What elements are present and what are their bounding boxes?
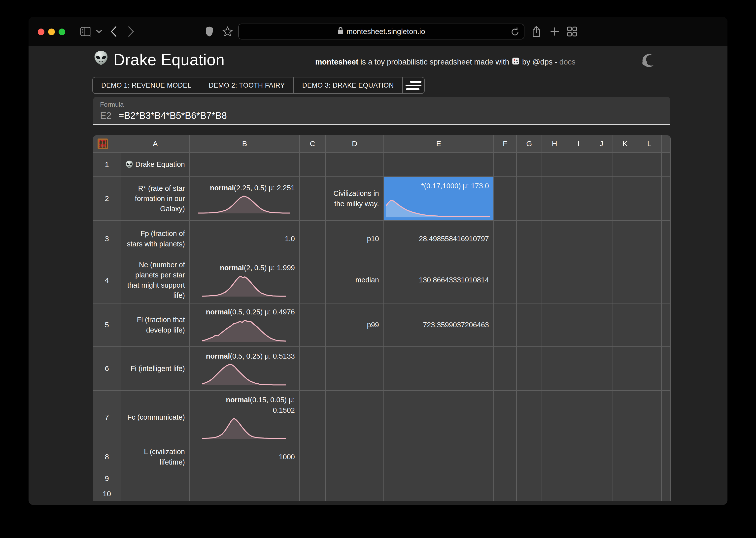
cell-C9[interactable] xyxy=(300,470,326,487)
cell-J5[interactable] xyxy=(590,303,613,347)
cell-E8[interactable] xyxy=(384,444,494,470)
cell-I5[interactable] xyxy=(567,303,590,347)
cell-A2[interactable]: R* (rate of star formation in our Galaxy… xyxy=(121,177,190,221)
cell-L1[interactable] xyxy=(637,153,662,177)
cell-H7[interactable] xyxy=(542,391,567,444)
cell-K3[interactable] xyxy=(613,221,637,257)
row-header-5[interactable]: 5 xyxy=(93,303,121,347)
cell-G3[interactable] xyxy=(517,221,542,257)
cell-F8[interactable] xyxy=(494,444,517,470)
zoom-window-button[interactable] xyxy=(59,28,65,35)
cell-F9[interactable] xyxy=(494,470,517,487)
cell-B3[interactable]: 1.0 xyxy=(190,221,300,257)
cell-L7[interactable] xyxy=(637,391,662,444)
row-header-1[interactable]: 1 xyxy=(93,153,121,177)
cell-E2[interactable]: *(0.17,1000) μ: 173.0 xyxy=(384,177,494,221)
cell-E7[interactable] xyxy=(384,391,494,444)
cell-G6[interactable] xyxy=(517,347,542,391)
cell-L9[interactable] xyxy=(637,470,662,487)
row-header-3[interactable]: 3 xyxy=(93,221,121,257)
cell-I7[interactable] xyxy=(567,391,590,444)
cell-J4[interactable] xyxy=(590,257,613,303)
cell-C10[interactable] xyxy=(300,487,326,501)
tab-demo-2-tooth-fairy[interactable]: DEMO 2: TOOTH FAIRY xyxy=(200,78,294,93)
cell-H6[interactable] xyxy=(542,347,567,391)
cell-J2[interactable] xyxy=(590,177,613,221)
cell-D4[interactable]: median xyxy=(326,257,384,303)
chevron-down-icon[interactable] xyxy=(93,17,104,46)
cell-J9[interactable] xyxy=(590,470,613,487)
cell-G7[interactable] xyxy=(517,391,542,444)
close-window-button[interactable] xyxy=(38,28,44,35)
cell-A9[interactable] xyxy=(121,470,190,487)
row-header-4[interactable]: 4 xyxy=(93,257,121,303)
cell-J1[interactable] xyxy=(590,153,613,177)
col-header-L[interactable]: L xyxy=(637,135,662,153)
cell-F3[interactable] xyxy=(494,221,517,257)
cell-H4[interactable] xyxy=(542,257,567,303)
cell-D10[interactable] xyxy=(326,487,384,501)
cell-B9[interactable] xyxy=(190,470,300,487)
cell-I10[interactable] xyxy=(567,487,590,501)
col-header-A[interactable]: A xyxy=(121,135,190,153)
tab-demo-1-revenue-model[interactable]: DEMO 1: REVENUE MODEL xyxy=(93,78,200,93)
tab-overview-icon[interactable] xyxy=(565,17,579,46)
cell-B1[interactable] xyxy=(190,153,300,177)
cell-L10[interactable] xyxy=(637,487,662,501)
cell-F10[interactable] xyxy=(494,487,517,501)
cell-A6[interactable]: Fi (intelligent life) xyxy=(121,347,190,391)
cell-B4[interactable]: normal(2, 0.5) μ: 1.999 xyxy=(190,257,300,303)
col-header-B[interactable]: B xyxy=(190,135,300,153)
col-header-G[interactable]: G xyxy=(517,135,542,153)
cell-E6[interactable] xyxy=(384,347,494,391)
cell-E3[interactable]: 28.498558416910797 xyxy=(384,221,494,257)
cell-K6[interactable] xyxy=(613,347,637,391)
col-header-J[interactable]: J xyxy=(590,135,613,153)
reload-icon[interactable] xyxy=(511,27,519,39)
cell-A1[interactable]: Drake Equation xyxy=(121,153,190,177)
formula-input[interactable]: =B2*B3*B4*B5*B6*B7*B8 xyxy=(118,110,227,121)
cell-F5[interactable] xyxy=(494,303,517,347)
cell-B7[interactable]: normal(0.15, 0.05) μ: 0.1502 xyxy=(190,391,300,444)
cell-L2[interactable] xyxy=(637,177,662,221)
row-header-6[interactable]: 6 xyxy=(93,347,121,391)
cell-A5[interactable]: Fl (fraction that develop life) xyxy=(121,303,190,347)
cell-E5[interactable]: 723.3599037206463 xyxy=(384,303,494,347)
cell-A4[interactable]: Ne (number of planets per star that migh… xyxy=(121,257,190,303)
cell-I4[interactable] xyxy=(567,257,590,303)
cell-J7[interactable] xyxy=(590,391,613,444)
cell-G4[interactable] xyxy=(517,257,542,303)
cell-C2[interactable] xyxy=(300,177,326,221)
cell-J6[interactable] xyxy=(590,347,613,391)
cell-B8[interactable]: 1000 xyxy=(190,444,300,470)
star-icon[interactable] xyxy=(220,17,235,46)
cell-A3[interactable]: Fp (fraction of stars with planets) xyxy=(121,221,190,257)
cell-D1[interactable] xyxy=(326,153,384,177)
cell-I3[interactable] xyxy=(567,221,590,257)
cell-F4[interactable] xyxy=(494,257,517,303)
cell-G2[interactable] xyxy=(517,177,542,221)
cell-H5[interactable] xyxy=(542,303,567,347)
cell-I8[interactable] xyxy=(567,444,590,470)
cell-H1[interactable] xyxy=(542,153,567,177)
cell-C4[interactable] xyxy=(300,257,326,303)
cell-E9[interactable] xyxy=(384,470,494,487)
cell-I6[interactable] xyxy=(567,347,590,391)
cell-C5[interactable] xyxy=(300,303,326,347)
cell-D7[interactable] xyxy=(326,391,384,444)
cell-D6[interactable] xyxy=(326,347,384,391)
cell-D3[interactable]: p10 xyxy=(326,221,384,257)
forward-icon[interactable] xyxy=(124,17,138,46)
cell-K2[interactable] xyxy=(613,177,637,221)
row-header-10[interactable]: 10 xyxy=(93,487,121,501)
cell-C7[interactable] xyxy=(300,391,326,444)
col-header-D[interactable]: D xyxy=(326,135,384,153)
cell-H3[interactable] xyxy=(542,221,567,257)
cell-G10[interactable] xyxy=(517,487,542,501)
cell-L8[interactable] xyxy=(637,444,662,470)
cell-B6[interactable]: normal(0.5, 0.25) μ: 0.5133 xyxy=(190,347,300,391)
cell-G5[interactable] xyxy=(517,303,542,347)
url-bar[interactable]: montesheet.singleton.io xyxy=(238,24,524,39)
cell-A7[interactable]: Fc (communicate) xyxy=(121,391,190,444)
col-header-F[interactable]: F xyxy=(494,135,517,153)
